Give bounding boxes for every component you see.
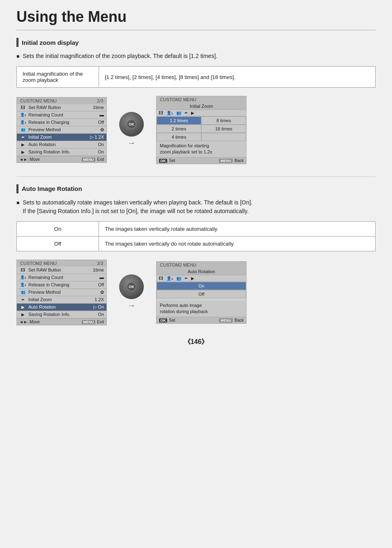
ar-info: Performs auto image rotation during play…: [157, 301, 246, 317]
rotation-off-desc: The images taken vertically do not rotat…: [99, 236, 376, 251]
page-number: 《146》: [16, 338, 376, 346]
page-title: Using the Menu: [16, 8, 376, 30]
section2-screen-right-title: CUSTOM2 MENU: [160, 262, 196, 267]
zoom-row-3: 4 times: [157, 133, 246, 141]
camera-dial-2: OK: [119, 274, 144, 299]
menu-row-1: 👤₁ Remaining Count ▬: [17, 111, 106, 119]
menu-row-4-highlighted: ✒ Initial Zoom ▷ 1.2X: [17, 134, 106, 141]
person2-icon: 👥: [19, 128, 27, 132]
s2-right-p2-icon: 👥: [176, 276, 181, 281]
row6-value: On: [98, 149, 104, 154]
section1-arrow-dial: OK →: [115, 112, 148, 148]
row1-label: Remaining Count: [28, 112, 99, 117]
camera-dial-1: OK: [119, 112, 144, 137]
s2-menu-row-2: 👤₁ Release in Charging Off: [17, 281, 106, 289]
right-cam-icon: 🎞: [159, 111, 163, 115]
row5-value: On: [98, 142, 104, 147]
menu-row-5: ▶ Auto Rotation On: [17, 141, 106, 149]
zoom-row-2: 2 times 16 times: [157, 125, 246, 133]
footer-left-1: ◄►: Move: [19, 157, 40, 162]
section1-screen-right-header: CUSTOM2 MENU: [157, 96, 246, 103]
row0-value: 1time: [93, 105, 104, 110]
section2-screen-left-header: CUSTOM2 MENU 2/3: [17, 260, 106, 267]
s2-menu-row-0: 🎞 Set RAW Button 1time: [17, 267, 106, 274]
section2-table: On The images taken vertically rotate au…: [16, 221, 376, 251]
s2-row6-value: On: [98, 312, 104, 317]
s2-footer-right: MENU Exit: [82, 320, 104, 324]
zoom-options-grid: 1.2 times 8 times 2 times 16 times 4 tim…: [157, 116, 246, 141]
footer-right-1: MENU Exit: [82, 157, 104, 162]
pen-icon: ✒: [19, 135, 27, 139]
menu-row-2: 👤₁ Release in Charging Off: [17, 119, 106, 126]
ok-button-1: OK: [127, 119, 136, 129]
s2-row4-value: 1.2X: [95, 297, 104, 302]
section1-screen-left-title: CUSTOM2 MENU: [20, 98, 57, 103]
right-icon-row-1: 🎞 👤₁ 👥 ✒ ▶: [157, 110, 246, 116]
section1-screen-left: CUSTOM2 MENU 2/3 🎞 Set RAW Button 1time …: [16, 97, 107, 163]
right-pen-icon: ✒: [184, 111, 188, 115]
section2-screen-right: CUSTOM2 MENU Auto Rotation 🎞 👤₁ 👥 ✒ ▶ On…: [156, 261, 247, 324]
play1-icon: ▶: [19, 142, 27, 147]
section-auto-rotation: Auto Image Rotation Sets to automaticall…: [16, 184, 376, 325]
section1-screen-left-footer: ◄►: Move MENU Exit: [17, 156, 106, 163]
s2-row4-label: Initial Zoom: [28, 297, 95, 302]
s2-row2-label: Release in Charging: [28, 282, 98, 287]
menu-row-6: ▶ Saving Rotation Info. On: [17, 149, 106, 156]
s2-menu-row-3: 👥 Preview Method ✿: [17, 289, 106, 296]
s2-footer-ok: OK Set: [159, 318, 175, 323]
s2-row6-label: Saving Rotation Info.: [28, 312, 98, 317]
s2-row3-value: ✿: [100, 290, 104, 295]
section2-screen-left-page: 2/3: [97, 261, 103, 266]
row4-value: ▷ 1.2X: [90, 135, 104, 140]
s2-person1b-icon: 👤₁: [19, 283, 27, 287]
section2-screenshots: CUSTOM2 MENU 2/3 🎞 Set RAW Button 1time …: [16, 260, 376, 325]
row6-label: Saving Rotation Info.: [28, 149, 98, 154]
section1-screen-left-header: CUSTOM2 MENU 2/3: [17, 98, 106, 104]
row0-label: Set RAW Button: [28, 105, 93, 110]
arrow-right-1: →: [127, 138, 136, 148]
s2-row2-value: Off: [98, 282, 104, 287]
s2-menu-row-1: 👤₁ Remaining Count ▬: [17, 274, 106, 281]
section1-table-col2: [1.2 times], [2 times], [4 times], [8 ti…: [99, 67, 376, 88]
row3-label: Preview Method: [28, 127, 100, 132]
section2-screen-left-title: CUSTOM2 MENU: [20, 261, 57, 266]
section2-heading-bar: [16, 184, 18, 193]
s2-row3-label: Preview Method: [28, 290, 100, 295]
section1-heading-text: Initial zoom display: [22, 39, 78, 46]
section1-table: Initial magnification of the zoom playba…: [16, 66, 376, 88]
section1-screen-left-page: 2/3: [97, 98, 103, 103]
s2-play2-icon: ▶: [19, 312, 27, 317]
s2-pen-icon: ✒: [19, 297, 27, 302]
zoom-4: 4 times: [157, 133, 201, 141]
section1-bullet: Sets the initial magnification of the zo…: [16, 52, 376, 60]
right-play-icon: ▶: [191, 111, 194, 115]
s2-row0-value: 1time: [93, 267, 104, 272]
zoom-1-2: 1.2 times: [157, 116, 201, 125]
section1-screen-right-title: CUSTOM2 MENU: [160, 97, 196, 102]
footer-ok-1: OK Set: [159, 158, 175, 163]
zoom-info-line1: Magnification for starting: [160, 143, 243, 149]
zoom-info-line2: zoom playback set to 1.2x: [160, 149, 243, 155]
rotation-off-label: Off: [17, 236, 99, 251]
zoom-8: 8 times: [201, 116, 246, 125]
row1-value: ▬: [99, 112, 104, 117]
s2-menu-row-6: ▶ Saving Rotation Info. On: [17, 311, 106, 318]
section1-screen-right: CUSTOM2 MENU Initial Zoom 🎞 👤₁ 👥 ✒ ▶ 1.2…: [156, 96, 247, 164]
section2-screen-right-header: CUSTOM2 MENU: [157, 262, 246, 268]
s2-camera-icon: 🎞: [19, 268, 27, 272]
person1-icon: 👤₁: [19, 113, 27, 117]
ar-options: On Off: [157, 282, 246, 298]
s2-right-pen-icon: ✒: [184, 276, 188, 281]
row2-label: Release in Charging: [28, 120, 98, 125]
ar-info-line1: Performs auto image: [160, 302, 243, 309]
zoom-empty: [201, 133, 246, 141]
right-p1-icon: 👤₁: [166, 111, 173, 115]
play2-icon: ▶: [19, 150, 27, 154]
menu-row-0: 🎞 Set RAW Button 1time: [17, 104, 106, 111]
zoom-2: 2 times: [157, 125, 201, 133]
section2-bullet: Sets to automatically rotate images take…: [16, 198, 376, 216]
section2-screen-left-footer: ◄►: Move MENU Exit: [17, 318, 106, 325]
row3-value: ✿: [100, 127, 104, 132]
s2-person1-icon: 👤₁: [19, 275, 27, 279]
s2-row0-label: Set RAW Button: [28, 267, 93, 272]
